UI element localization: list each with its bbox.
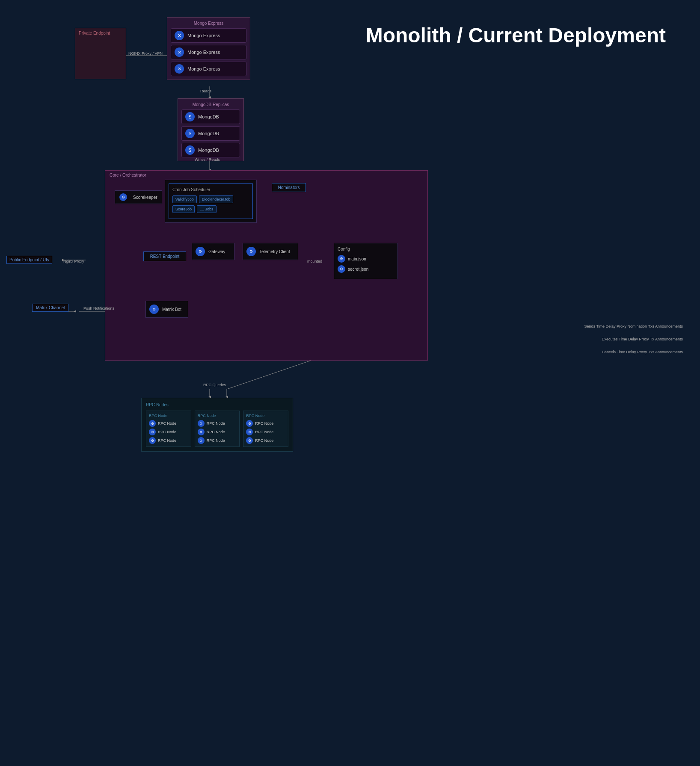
rpc-cluster-2-label: RPC Node (198, 414, 237, 418)
config-box: Config ⚙ main.json ⚙ secret.json (334, 243, 398, 279)
secret-json-icon: ⚙ (338, 265, 345, 273)
rpc-item-1-2: ⚙ RPC Node (149, 429, 188, 435)
matrix-channel-box: Matrix Channel (32, 304, 68, 312)
rpc-item-2-2: ⚙ RPC Node (198, 429, 237, 435)
private-endpoint-box: Private Endpoint (75, 28, 126, 79)
rpc-cluster-3-label: RPC Node (246, 414, 285, 418)
rpc-cluster-3: RPC Node ⚙ RPC Node ⚙ RPC Node ⚙ RPC Nod… (243, 411, 288, 447)
mongodb-item-2: S MongoDB (181, 126, 240, 141)
validifyjob-button: ValidifyJob (172, 195, 197, 203)
rpc-icon-1-2: ⚙ (149, 429, 156, 435)
scorekeeper-label: Scorekeeper (133, 195, 157, 200)
rpc-item-2-3: ⚙ RPC Node (198, 437, 237, 444)
mongodb-replicas-cluster: MongoDB Replicas S MongoDB S MongoDB S M… (178, 98, 244, 161)
gateway-icon: ⚙ (196, 247, 205, 256)
mongo-express-label: Mongo Express (171, 21, 246, 26)
core-orchestrator-label: Core / Orchestrator (110, 173, 146, 177)
rpc-icon-2-1: ⚙ (198, 420, 205, 427)
mongo-icon-1: ✕ (175, 31, 184, 40)
rpc-icon-2-3: ⚙ (198, 437, 205, 444)
mongo-item-3: ✕ Mongo Express (171, 62, 246, 76)
rpc-item-3-3: ⚙ RPC Node (246, 437, 285, 444)
matrix-bot-label: Matrix Bot (162, 307, 181, 312)
matrix-bot-icon: ⚙ (149, 305, 159, 314)
mongodb-item-3: S MongoDB (181, 143, 240, 157)
rpc-nodes-label: RPC Nodes (146, 402, 288, 407)
nominators-box: Nominators (272, 183, 306, 192)
nginx-proxy-label: Nginx Proxy (63, 259, 84, 263)
rpc-icon-1-1: ⚙ (149, 420, 156, 427)
mongo-item-2: ✕ Mongo Express (171, 45, 246, 59)
private-endpoint-label: Private Endpoint (79, 31, 110, 35)
rpc-nodes-outer: RPC Nodes RPC Node ⚙ RPC Node ⚙ RPC Node… (141, 398, 293, 452)
blockindexerjob-button: BlockIndexerJob (199, 195, 234, 203)
mongodb-icon-1: S (185, 112, 195, 121)
rpc-item-3-2: ⚙ RPC Node (246, 429, 285, 435)
annotation-cancels: Cancels Time Delay Proxy Txs Announcemen… (469, 350, 683, 354)
cron-job-scheduler-box: Cron Job Scheduler ValidifyJob BlockInde… (165, 180, 257, 223)
telemetry-icon: ⚙ (246, 247, 256, 256)
mongo-item-1: ✕ Mongo Express (171, 28, 246, 43)
reads-label: Reads (200, 89, 211, 93)
dotdot-jobs-button: .... Jobs (197, 205, 217, 213)
rpc-cluster-1: RPC Node ⚙ RPC Node ⚙ RPC Node ⚙ RPC Nod… (146, 411, 191, 447)
mongodb-icon-3: S (185, 145, 195, 155)
rpc-icon-3-1: ⚙ (246, 420, 253, 427)
rpc-item-1-3: ⚙ RPC Node (149, 437, 188, 444)
scorekeeper-box: ⚙ Scorekeeper (115, 190, 162, 204)
rpc-icon-3-2: ⚙ (246, 429, 253, 435)
mongodb-icon-2: S (185, 129, 195, 138)
rpc-icon-1-3: ⚙ (149, 437, 156, 444)
matrix-bot-box: ⚙ Matrix Bot (145, 301, 188, 318)
scorekeeper-icon: ⚙ (119, 193, 127, 201)
config-item-secret: ⚙ secret.json (338, 265, 394, 273)
mongo-express-cluster: Mongo Express ✕ Mongo Express ✕ Mongo Ex… (167, 17, 250, 80)
rpc-icon-3-3: ⚙ (246, 437, 253, 444)
scorejob-button: ScoreJob (172, 205, 195, 213)
rpc-item-3-1: ⚙ RPC Node (246, 420, 285, 427)
public-endpoint-label: Public Endpoint / UIs (6, 256, 52, 264)
config-label: Config (338, 247, 394, 251)
push-notifications-label: Push Notifications (83, 306, 114, 311)
rpc-cluster-1-label: RPC Node (149, 414, 188, 418)
telemetry-client-box: ⚙ Telemetry Client (243, 243, 298, 260)
telemetry-label: Telemetry Client (259, 249, 290, 254)
mongodb-item-1: S MongoDB (181, 109, 240, 124)
nginx-label: NGINX Proxy / VPN (128, 51, 163, 56)
annotation-executes: Executes Time Delay Proxy Tx Announcemen… (469, 337, 683, 341)
mongo-icon-2: ✕ (175, 47, 184, 57)
rpc-item-2-1: ⚙ RPC Node (198, 420, 237, 427)
cron-label: Cron Job Scheduler (172, 187, 249, 192)
rpc-icon-2-2: ⚙ (198, 429, 205, 435)
rpc-item-1-1: ⚙ RPC Node (149, 420, 188, 427)
rest-endpoint-box: REST Endpoint (143, 251, 186, 261)
config-item-main: ⚙ main.json (338, 255, 394, 263)
gateway-box: ⚙ Gateway (192, 243, 234, 260)
page-title: Monolith / Current Deployment (366, 24, 666, 47)
main-json-icon: ⚙ (338, 255, 345, 263)
writes-reads-label: Writes / Reads (195, 157, 220, 162)
annotation-sends: Sends Time Delay Proxy Nomination Txs An… (469, 324, 683, 328)
rpc-cluster-2: RPC Node ⚙ RPC Node ⚙ RPC Node ⚙ RPC Nod… (195, 411, 240, 447)
gateway-label: Gateway (208, 249, 225, 254)
mongodb-replicas-label: MongoDB Replicas (181, 102, 240, 107)
rpc-queries-label: RPC Queries (203, 383, 226, 387)
mongo-icon-3: ✕ (175, 64, 184, 74)
mounted-label: mounted (307, 259, 322, 263)
